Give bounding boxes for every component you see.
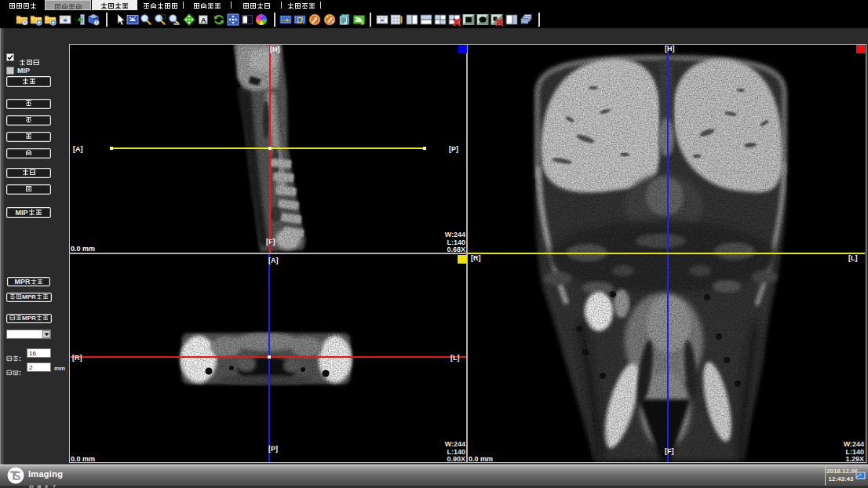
svg-text:x2: x2 bbox=[173, 21, 179, 26]
svg-text:A: A bbox=[201, 16, 206, 24]
